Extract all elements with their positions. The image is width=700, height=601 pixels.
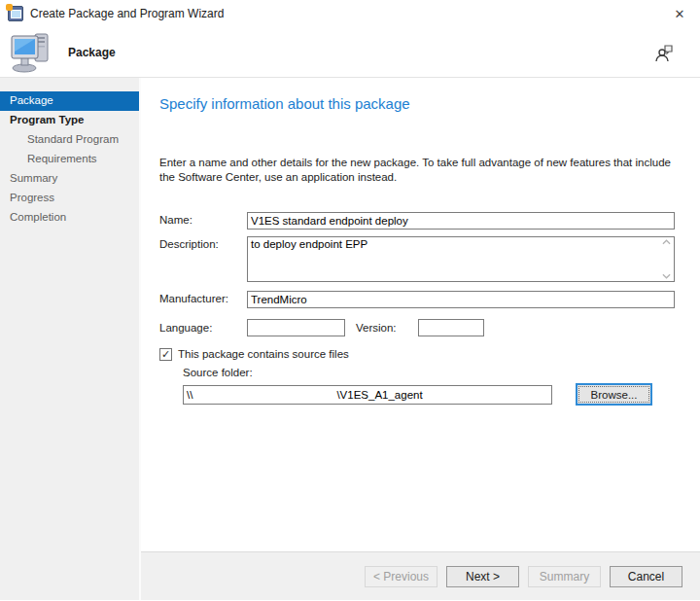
- sidebar-item-requirements[interactable]: Requirements: [0, 150, 139, 169]
- description-scrollbar[interactable]: [659, 237, 674, 281]
- wizard-header: Package: [0, 27, 700, 78]
- source-folder-suffix: \V1ES_A1_agent: [336, 389, 422, 401]
- language-input[interactable]: [247, 319, 345, 336]
- description-label: Description:: [159, 238, 219, 250]
- sidebar-item-standard-program[interactable]: Standard Program: [0, 130, 139, 150]
- next-button[interactable]: Next >: [446, 566, 519, 587]
- manufacturer-label: Manufacturer:: [159, 293, 228, 304]
- window-title: Create Package and Program Wizard: [30, 7, 667, 20]
- language-label: Language:: [159, 322, 212, 334]
- sidebar-item-summary[interactable]: Summary: [0, 169, 139, 189]
- description-input[interactable]: to deploy endpoint EPP: [248, 237, 659, 281]
- cancel-button[interactable]: Cancel: [610, 566, 682, 587]
- computer-package-icon: [10, 32, 54, 73]
- source-files-checkbox-label: This package contains source files: [178, 348, 349, 360]
- sidebar-item-progress[interactable]: Progress: [0, 189, 139, 208]
- intro-text: Enter a name and other details for the n…: [159, 156, 689, 185]
- source-folder-input[interactable]: \\\V1ES_A1_agent: [183, 385, 552, 405]
- previous-button: < Previous: [365, 566, 438, 587]
- header-page-label: Package: [68, 46, 653, 59]
- titlebar: Create Package and Program Wizard ✕: [0, 0, 700, 27]
- scroll-down-icon[interactable]: [662, 273, 671, 279]
- manufacturer-input[interactable]: [247, 291, 675, 308]
- description-input-wrap: to deploy endpoint EPP: [247, 236, 675, 282]
- name-input[interactable]: [247, 212, 675, 230]
- version-label: Version:: [356, 322, 397, 334]
- sidebar-item-package[interactable]: Package: [0, 91, 139, 111]
- source-files-checkbox[interactable]: ✓: [159, 348, 172, 361]
- source-folder-label: Source folder:: [183, 367, 253, 378]
- wizard-main-panel: Specify information about this package E…: [141, 78, 700, 600]
- source-folder-prefix: \\: [187, 389, 192, 401]
- name-label: Name:: [159, 214, 192, 226]
- browse-button[interactable]: Browse...: [576, 383, 652, 406]
- scroll-up-icon[interactable]: [662, 239, 671, 245]
- wizard-window: Create Package and Program Wizard ✕ Pack…: [0, 0, 700, 601]
- close-icon[interactable]: ✕: [667, 7, 692, 21]
- summary-button: Summary: [528, 566, 601, 587]
- sidebar-item-program-type[interactable]: Program Type: [0, 111, 139, 130]
- wizard-app-icon: [8, 6, 23, 21]
- page-title: Specify information about this package: [159, 95, 410, 112]
- wizard-steps-sidebar: Package Program Type Standard Program Re…: [0, 78, 141, 600]
- version-input[interactable]: [418, 319, 484, 336]
- sidebar-item-completion[interactable]: Completion: [0, 208, 139, 228]
- wizard-footer: < Previous Next > Summary Cancel: [141, 551, 700, 600]
- feedback-icon[interactable]: [653, 43, 675, 62]
- wizard-body: Package Program Type Standard Program Re…: [0, 78, 700, 600]
